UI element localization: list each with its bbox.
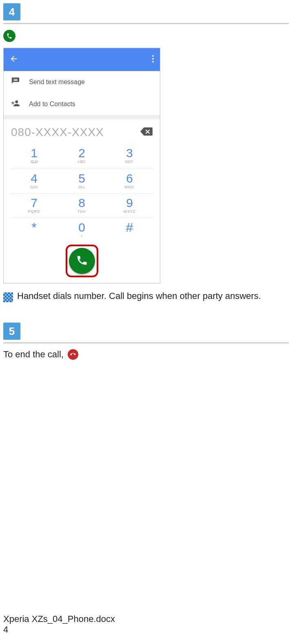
- phone-number-display: 080-XXXX-XXXX: [11, 126, 104, 139]
- keypad-key-4[interactable]: 4GHI: [10, 169, 58, 193]
- end-call-line: To end the call,: [3, 349, 289, 360]
- overflow-menu-icon[interactable]: [152, 55, 154, 65]
- step-5-badge: 5: [3, 323, 20, 340]
- keypad-key-star[interactable]: *: [10, 218, 58, 242]
- keypad-key-3[interactable]: 3DEF: [106, 144, 153, 169]
- keypad-key-1[interactable]: 1: [10, 144, 58, 169]
- keypad-key-6[interactable]: 6MNO: [106, 169, 153, 193]
- step-divider: [3, 23, 289, 24]
- dial-button[interactable]: [69, 248, 95, 274]
- voicemail-icon: [10, 160, 58, 165]
- result-text: Handset dials number. Call begins when o…: [17, 291, 261, 301]
- keypad: 1 2ABC 3DEF 4GHI 5JKL 6MNO 7PQRS 8TUV 9W…: [4, 142, 160, 242]
- dialer-app-bar: [4, 48, 160, 71]
- phone-screenshot: Send text message Add to Contacts 080-XX…: [3, 48, 160, 283]
- svg-point-2: [152, 61, 154, 62]
- checkered-flag-icon: [3, 292, 13, 302]
- gray-gap: [4, 115, 160, 119]
- keypad-key-7[interactable]: 7PQRS: [10, 193, 58, 218]
- keypad-key-2[interactable]: 2ABC: [58, 144, 106, 169]
- end-call-icon: [68, 349, 78, 360]
- add-to-contacts-row[interactable]: Add to Contacts: [4, 93, 160, 115]
- number-display-row: 080-XXXX-XXXX: [4, 119, 160, 142]
- add-contact-icon: [11, 99, 20, 109]
- step-4-badge: 4: [3, 3, 20, 20]
- step-divider: [3, 342, 289, 343]
- keypad-key-0[interactable]: 0+: [58, 218, 106, 242]
- svg-point-4: [35, 160, 38, 163]
- svg-point-1: [152, 58, 154, 60]
- svg-point-0: [152, 55, 154, 57]
- add-contacts-label: Add to Contacts: [29, 100, 75, 108]
- svg-point-3: [31, 160, 33, 163]
- footer-filename: Xperia XZs_04_Phone.docx: [3, 614, 115, 624]
- page-footer: Xperia XZs_04_Phone.docx 4: [3, 614, 115, 635]
- message-icon: [11, 77, 20, 87]
- keypad-key-hash[interactable]: #: [106, 218, 153, 242]
- dial-button-highlight: [66, 245, 98, 277]
- back-arrow-icon[interactable]: [9, 54, 18, 65]
- footer-page-number: 4: [3, 624, 115, 635]
- backspace-icon[interactable]: [140, 127, 153, 138]
- send-text-message-row[interactable]: Send text message: [4, 71, 160, 93]
- send-text-label: Send text message: [29, 78, 85, 86]
- result-line: Handset dials number. Call begins when o…: [3, 291, 289, 302]
- keypad-key-5[interactable]: 5JKL: [58, 169, 106, 193]
- keypad-key-9[interactable]: 9WXYZ: [106, 193, 153, 218]
- keypad-key-8[interactable]: 8TUV: [58, 193, 106, 218]
- end-call-text: To end the call,: [3, 349, 64, 360]
- phone-icon: [76, 254, 88, 268]
- phone-call-icon: [3, 30, 15, 42]
